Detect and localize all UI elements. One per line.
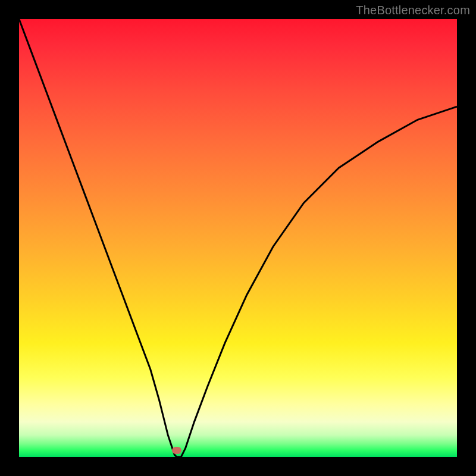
plot-area [19,19,457,457]
chart-frame: TheBottlenecker.com [0,0,476,476]
optimal-marker [172,447,181,454]
attribution-text: TheBottlenecker.com [356,4,470,17]
bottleneck-curve [19,19,457,457]
